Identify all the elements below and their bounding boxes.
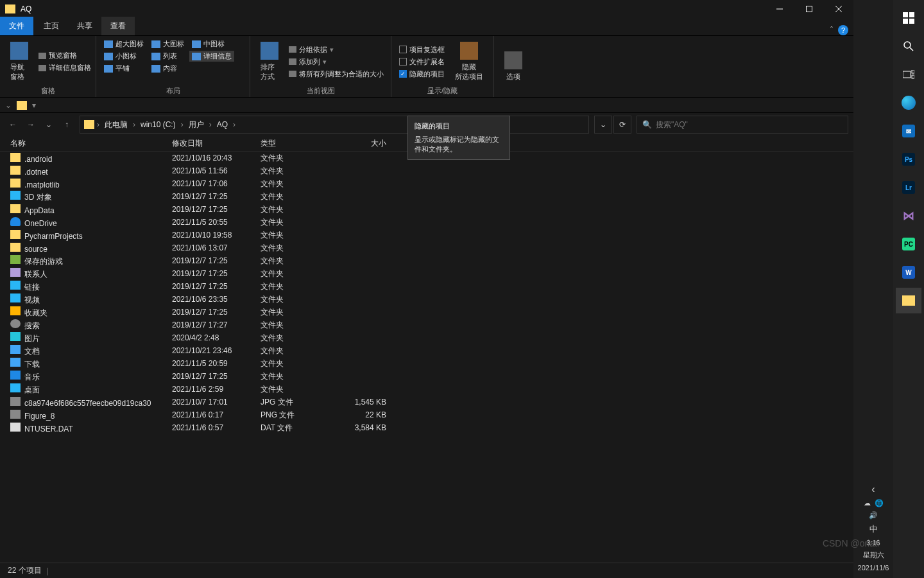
file-ext-toggle[interactable]: 文件扩展名 [397,57,447,67]
layout-lg[interactable]: 大图标 [149,39,187,49]
hide-selected-button[interactable]: 隐藏 所选项目 [450,39,488,85]
visualstudio-icon[interactable]: ⋈ [896,203,921,229]
pycharm-icon[interactable]: PC [896,231,921,257]
hidden-items-toggle[interactable]: ✓隐藏的项目 [397,69,447,80]
table-row[interactable]: OneDrive2021/11/5 20:55文件夹 [0,216,853,229]
table-row[interactable]: NTUSER.DAT2021/11/6 0:57DAT 文件3,584 KB [0,421,853,434]
help-icon[interactable]: ? [838,25,848,35]
collapse-ribbon-icon[interactable]: ˆ [830,26,833,35]
addcol-button[interactable]: 添加列 ▾ [286,57,386,67]
back-button[interactable]: ← [5,117,21,132]
preview-pane-button[interactable]: 预览窗格 [36,50,94,61]
search-button[interactable] [896,33,921,59]
options-label: 选项 [506,72,520,82]
chevron-right-icon[interactable]: › [232,120,237,129]
search-input[interactable] [656,120,843,129]
groupby-button[interactable]: 分组依据 ▾ [286,44,386,55]
explorer-icon[interactable] [896,288,921,313]
tray-expand-icon[interactable]: ‹ [871,484,875,495]
col-type[interactable]: 类型 [261,138,335,149]
photoshop-icon[interactable]: Ps [896,146,921,172]
taskview-button[interactable] [896,62,921,87]
word-icon[interactable]: W [896,259,921,285]
up-button[interactable]: ↑ [59,117,74,132]
layout-list[interactable]: 列表 [149,51,187,62]
layout-xl[interactable]: 超大图标 [101,39,146,49]
lightroom-icon[interactable]: Lr [896,175,921,200]
tab-file[interactable]: 文件 [0,17,33,35]
table-row[interactable]: 视频2021/10/6 23:35文件夹 [0,293,853,306]
table-row[interactable]: 3D 对象2019/12/7 17:25文件夹 [0,190,853,203]
layout-details[interactable]: 详细信息 [189,51,234,62]
table-row[interactable]: source2021/10/6 13:07文件夹 [0,241,853,254]
network-tray-icon[interactable]: 🌐 [875,499,884,507]
tab-home[interactable]: 主页 [35,17,68,35]
layout-content[interactable]: 内容 [149,63,187,74]
breadcrumb-current[interactable]: AQ [214,120,230,129]
file-type: 文件夹 [261,333,335,344]
col-date[interactable]: 修改日期 [172,138,261,149]
edge-icon[interactable] [896,90,921,116]
address-bar[interactable]: › 此电脑 › win10 (C:) › 用户 › AQ › [80,116,589,134]
item-checkboxes-toggle[interactable]: 项目复选框 [397,44,447,55]
nav-pane-button[interactable]: 导航窗格 [5,39,33,85]
table-row[interactable]: 链接2019/12/7 17:25文件夹 [0,280,853,293]
table-row[interactable]: 图片2020/4/2 2:48文件夹 [0,331,853,344]
table-row[interactable]: c8a974e6f686c557feecbe09d19ca302021/10/7… [0,396,853,408]
svg-point-8 [904,42,911,48]
table-row[interactable]: AppData2019/12/7 17:25文件夹 [0,203,853,216]
file-name: 图片 [24,334,40,343]
layout-sm[interactable]: 小图标 [101,51,146,62]
chevron-right-icon[interactable]: › [96,120,101,129]
chevron-right-icon[interactable]: › [180,120,185,129]
table-row[interactable]: 桌面2021/11/6 2:59文件夹 [0,383,853,396]
start-button[interactable] [896,5,921,31]
table-row[interactable]: 搜索2019/12/7 17:27文件夹 [0,319,853,331]
recent-button[interactable]: ⌄ [41,117,56,132]
minimize-button[interactable] [765,0,794,18]
breadcrumb-pc[interactable]: 此电脑 [102,119,130,130]
chevron-right-icon[interactable]: › [132,120,137,129]
table-row[interactable]: 联系人2019/12/7 17:25文件夹 [0,267,853,280]
table-row[interactable]: 保存的游戏2019/12/7 17:25文件夹 [0,254,853,267]
chevron-down-icon[interactable]: ⌄ [5,101,12,110]
fitcols-button[interactable]: 将所有列调整为合适的大小 [286,69,386,80]
details-label: 详细信息窗格 [49,63,91,73]
file-name: AppData [24,206,55,215]
volume-tray-icon[interactable]: 🔊 [869,511,878,520]
table-row[interactable]: 文档2021/10/21 23:46文件夹 [0,344,853,357]
table-row[interactable]: 收藏夹2019/12/7 17:25文件夹 [0,306,853,319]
details-pane-button[interactable]: 详细信息窗格 [36,62,94,73]
refresh-button[interactable]: ⟳ [613,116,631,134]
col-size[interactable]: 大小 [335,138,386,149]
tab-share[interactable]: 共享 [68,17,101,35]
layout-tile[interactable]: 平铺 [101,63,146,74]
file-list: .android2021/10/16 20:43文件夹.dotnet2021/1… [0,152,853,563]
close-button[interactable] [824,0,853,18]
sort-button[interactable]: 排序方式 [255,39,284,85]
file-date: 2021/11/5 20:55 [172,218,261,227]
table-row[interactable]: PycharmProjects2021/10/10 19:58文件夹 [0,229,853,241]
search-box[interactable]: 🔍 [637,116,848,134]
layout-md[interactable]: 中图标 [189,39,234,49]
breadcrumb-drive[interactable]: win10 (C:) [138,120,178,129]
table-row[interactable]: 音乐2019/12/7 17:25文件夹 [0,370,853,383]
options-button[interactable]: 选项 [499,39,527,94]
table-row[interactable]: 下载2021/11/5 20:59文件夹 [0,357,853,370]
table-row[interactable]: Figure_82021/11/6 0:17PNG 文件22 KB [0,408,853,421]
chevron-right-icon[interactable]: › [208,120,213,129]
maximize-button[interactable] [794,0,824,18]
folder-icon[interactable] [17,101,27,110]
table-row[interactable]: .dotnet2021/10/5 11:56文件夹 [0,164,853,177]
col-name[interactable]: 名称 [10,138,172,149]
forward-button[interactable]: → [23,117,38,132]
mail-icon[interactable]: ✉ [896,118,921,144]
onedrive-tray-icon[interactable]: ☁ [864,499,871,507]
chevron-down-icon[interactable]: ▾ [32,101,36,110]
ime-indicator[interactable]: 中 [869,523,878,535]
table-row[interactable]: .matplotlib2021/10/7 17:06文件夹 [0,177,853,190]
address-dropdown-button[interactable]: ⌄ [594,116,612,134]
file-date: 2021/10/7 17:06 [172,179,261,188]
breadcrumb-users[interactable]: 用户 [186,119,207,130]
tab-view[interactable]: 查看 [101,17,135,35]
